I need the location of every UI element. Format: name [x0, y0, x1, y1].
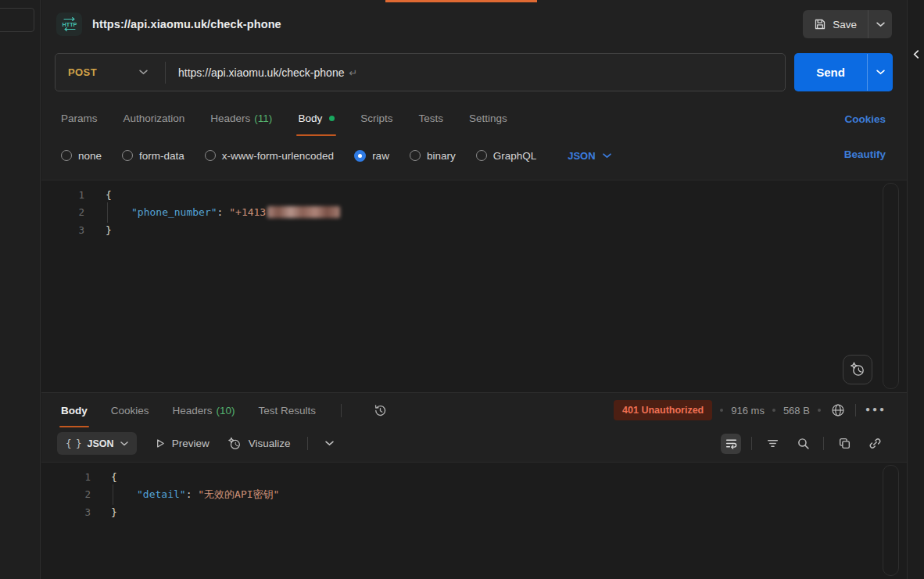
code-token: { — [106, 189, 112, 201]
response-scrollbar[interactable] — [883, 465, 899, 576]
indent-guide — [106, 204, 131, 222]
response-code: 1{2"detail": "无效的API密钥"3} — [41, 463, 907, 521]
body-mode-graphql[interactable]: GraphQL — [476, 150, 537, 162]
tab-label: Headers — [173, 405, 213, 416]
wrap-text-icon[interactable] — [721, 434, 741, 454]
response-tab-cookies[interactable]: Cookies — [111, 393, 149, 427]
status-badge: 401 Unauthorized — [614, 400, 712, 420]
response-panel: BodyCookiesHeaders(10)Test Results 401 U… — [41, 392, 907, 579]
body-mode-label: GraphQL — [493, 150, 537, 162]
response-toolbar: { } JSON Preview Visualize — [41, 427, 907, 459]
postbot-button[interactable] — [843, 355, 872, 384]
collapse-panel-icon[interactable] — [913, 50, 919, 59]
body-mode-none[interactable]: none — [61, 150, 102, 162]
toolbar-chevron-down-icon[interactable] — [325, 441, 334, 446]
send-button[interactable]: Send — [794, 53, 893, 91]
line-number: 1 — [41, 189, 84, 201]
code-content: "detail": "无效的API密钥" — [111, 486, 279, 504]
visualize-button[interactable]: Visualize — [227, 436, 291, 452]
request-tab-tests[interactable]: Tests — [418, 108, 443, 136]
radio-icon — [205, 150, 216, 161]
body-mode-options: noneform-datax-www-form-urlencodedrawbin… — [61, 150, 536, 162]
request-tab-scripts[interactable]: Scripts — [360, 108, 392, 136]
tab-count: (10) — [217, 405, 235, 416]
copy-icon[interactable] — [834, 434, 854, 454]
code-line: 2"phone_number": "+1413 — [41, 204, 907, 222]
save-options-caret[interactable] — [868, 10, 892, 38]
braces-icon: { } — [66, 438, 81, 449]
redacted-value — [267, 206, 340, 218]
body-mode-row: noneform-datax-www-form-urlencodedrawbin… — [61, 145, 611, 166]
sidebar-collapsed-item[interactable] — [0, 8, 34, 32]
cookies-link[interactable]: Cookies — [844, 113, 886, 125]
code-content: { — [111, 471, 117, 483]
link-icon[interactable] — [865, 434, 885, 454]
code-token: "无效的API密钥" — [198, 488, 279, 502]
response-time: 916 ms — [731, 405, 765, 416]
body-mode-binary[interactable]: binary — [410, 150, 456, 162]
body-language-dropdown[interactable]: JSON — [568, 150, 611, 162]
tab-label: Test Results — [259, 405, 317, 416]
code-token: } — [106, 224, 112, 236]
request-tab-body[interactable]: Body — [298, 108, 335, 136]
request-tab-authorization[interactable]: Authorization — [124, 108, 185, 136]
request-tab-headers[interactable]: Headers(11) — [210, 108, 272, 136]
code-token: "phone_number" — [131, 206, 217, 218]
save-button-main[interactable]: Save — [803, 18, 868, 30]
code-token: : — [186, 488, 199, 500]
line-number: 3 — [41, 224, 84, 236]
send-options-caret[interactable] — [868, 70, 893, 75]
tab-label: Authorization — [124, 113, 185, 124]
more-options-icon[interactable]: ●●● — [864, 405, 888, 416]
chevron-down-icon — [603, 153, 611, 159]
radio-icon — [61, 150, 72, 161]
meta-dot — [772, 409, 775, 412]
url-text: https://api.xiaomu.uk/check-phone — [178, 66, 344, 79]
response-tabs-divider — [341, 404, 342, 417]
tab-label: Body — [61, 405, 88, 416]
response-tab-headers[interactable]: Headers(10) — [173, 393, 235, 427]
code-content: { — [106, 189, 112, 201]
response-tab-test-results[interactable]: Test Results — [259, 393, 317, 427]
method-label: POST — [68, 66, 97, 78]
response-format-label: JSON — [88, 438, 114, 449]
editor-scrollbar[interactable] — [883, 183, 899, 389]
history-icon[interactable] — [373, 403, 388, 418]
icons-divider — [751, 437, 752, 450]
code-line: 1{ — [41, 186, 907, 204]
request-tab-settings[interactable]: Settings — [469, 108, 507, 136]
save-button[interactable]: Save — [803, 10, 892, 38]
line-number: 2 — [41, 206, 84, 218]
app-window: HTTP https://api.xiaomu.uk/check-phone S… — [0, 0, 924, 579]
beautify-link[interactable]: Beautify — [844, 148, 886, 160]
body-mode-raw[interactable]: raw — [354, 150, 389, 162]
indent-guide — [111, 486, 137, 504]
tab-label: Headers — [210, 113, 250, 124]
filter-icon[interactable] — [762, 434, 783, 454]
save-icon — [814, 18, 826, 30]
code-token: "+1413 — [229, 206, 266, 218]
meta-dot — [818, 409, 821, 412]
tab-label: Tests — [418, 113, 443, 124]
response-format-dropdown[interactable]: { } JSON — [57, 432, 137, 455]
response-body-editor[interactable]: 1{2"detail": "无效的API密钥"3} — [41, 462, 907, 579]
preview-button[interactable]: Preview — [154, 438, 210, 449]
meta-divider — [855, 404, 856, 416]
body-mode-form-data[interactable]: form-data — [122, 150, 184, 162]
icons-divider — [823, 437, 824, 450]
body-mode-x-www-form-urlencoded[interactable]: x-www-form-urlencoded — [205, 150, 334, 162]
save-button-label: Save — [833, 19, 857, 30]
body-mode-label: x-www-form-urlencoded — [222, 150, 334, 162]
request-tab-params[interactable]: Params — [61, 108, 98, 136]
code-token: { — [111, 471, 117, 483]
chevron-down-icon — [139, 70, 148, 75]
url-input[interactable]: https://api.xiaomu.uk/check-phone↵ — [166, 66, 785, 79]
search-icon[interactable] — [793, 434, 813, 454]
url-box: POST https://api.xiaomu.uk/check-phone↵ — [55, 53, 786, 91]
unsaved-changes-dot — [329, 116, 335, 121]
left-sidebar — [0, 0, 41, 579]
tab-label: Cookies — [111, 405, 149, 416]
request-body-editor[interactable]: 1{2"phone_number": "+14133} — [41, 180, 907, 392]
response-tab-body[interactable]: Body — [61, 393, 88, 427]
method-dropdown[interactable]: POST — [56, 66, 165, 78]
